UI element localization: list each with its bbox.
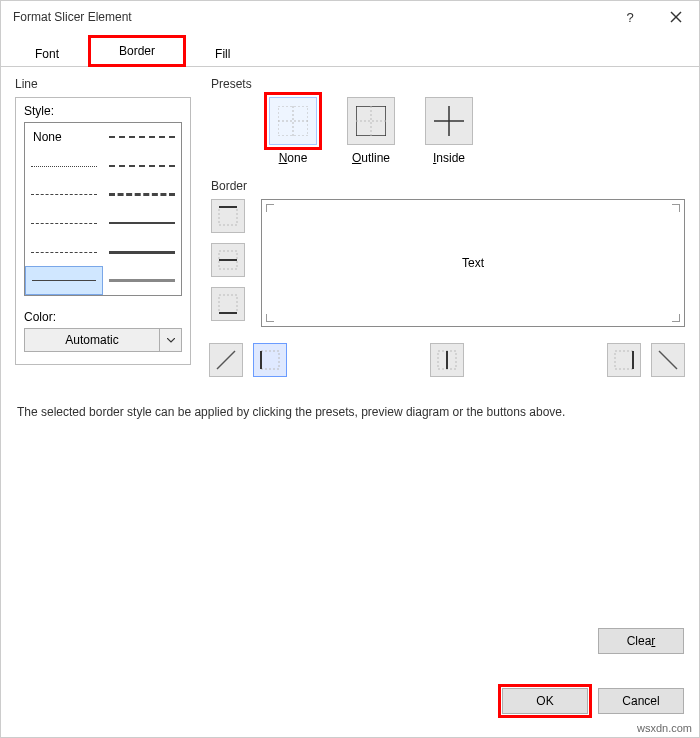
border-diag-down-button[interactable] [651,343,685,377]
preset-inside[interactable]: Inside [425,97,473,165]
help-button[interactable]: ? [607,1,653,33]
preset-outline-icon [347,97,395,145]
svg-rect-17 [261,351,279,369]
style-swatch[interactable] [103,209,181,238]
hint-text: The selected border style can be applied… [17,405,683,419]
tab-font[interactable]: Font [6,40,88,67]
color-value: Automatic [24,328,160,352]
style-none[interactable]: None [25,123,103,152]
border-left-button[interactable] [253,343,287,377]
border-top-button[interactable] [211,199,245,233]
ok-button[interactable]: OK [502,688,588,714]
titlebar: Format Slicer Element ? [1,1,699,33]
preview-text: Text [462,256,484,270]
border-hmid-button[interactable] [211,243,245,277]
preset-inside-icon [425,97,473,145]
cancel-button[interactable]: Cancel [598,688,684,714]
tab-strip: Font Border Fill [1,39,699,67]
preset-outline[interactable]: Outline [347,97,395,165]
style-swatch[interactable] [103,266,181,295]
close-button[interactable] [653,1,699,33]
border-right-button[interactable] [607,343,641,377]
style-list[interactable]: None [24,122,182,296]
window-title: Format Slicer Element [13,10,132,24]
color-select[interactable]: Automatic [24,328,182,352]
clear-button[interactable]: Clear [598,628,684,654]
style-label: Style: [24,104,54,118]
style-swatch[interactable] [103,180,181,209]
preset-none[interactable]: None [269,97,317,165]
svg-rect-2 [278,106,308,136]
close-icon [670,11,682,23]
color-label: Color: [24,310,56,324]
border-diag-up-button[interactable] [209,343,243,377]
style-swatch[interactable] [103,238,181,267]
svg-rect-10 [219,207,237,225]
svg-rect-21 [615,351,633,369]
style-swatch[interactable] [25,238,103,267]
watermark: wsxdn.com [637,722,692,734]
line-group-label: Line [15,77,191,91]
svg-line-23 [659,351,677,369]
svg-line-16 [217,351,235,369]
style-swatch[interactable] [103,123,181,152]
border-group-label: Border [211,179,685,193]
tab-border[interactable]: Border [88,35,186,67]
presets-group-label: Presets [211,77,685,91]
preset-none-icon [269,97,317,145]
svg-rect-14 [219,295,237,313]
style-swatch[interactable] [103,152,181,181]
border-vmid-button[interactable] [430,343,464,377]
style-swatch[interactable] [25,209,103,238]
style-swatch-selected[interactable] [25,266,103,295]
style-swatch[interactable] [25,152,103,181]
chevron-down-icon[interactable] [160,328,182,352]
border-bottom-button[interactable] [211,287,245,321]
border-preview[interactable]: Text [261,199,685,327]
tab-fill[interactable]: Fill [186,40,259,67]
style-swatch[interactable] [25,180,103,209]
